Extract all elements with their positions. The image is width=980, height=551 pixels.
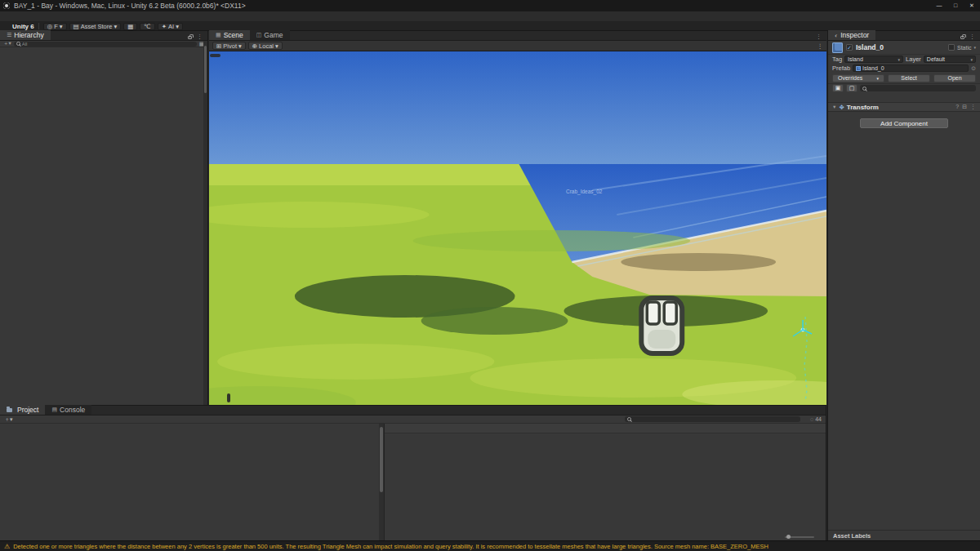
static-label: Static: [957, 45, 972, 51]
transform-icon: ✥: [839, 104, 844, 111]
add-component-button[interactable]: Add Component: [860, 118, 948, 128]
lock-icon[interactable]: [188, 36, 192, 39]
mouse-cursor-graphic: [641, 298, 682, 353]
scene-overlay-tools-toolbar: [227, 393, 230, 402]
create-add-button[interactable]: ＋▾: [3, 40, 11, 47]
hierarchy-search-input[interactable]: All: [14, 42, 197, 47]
unity-logo-icon: [3, 2, 10, 9]
project-panel: Project ▤ Console ＋▾ ◌ 44: [0, 405, 826, 540]
inspector-lock-icon[interactable]: [960, 36, 964, 39]
window-title: BAY_1 - Bay - Windows, Mac, Linux - Unit…: [14, 2, 246, 10]
static-checkbox[interactable]: ✓: [948, 44, 955, 51]
static-dropdown-icon[interactable]: ▾: [973, 45, 976, 50]
panel-menu-icon[interactable]: ⋮: [197, 33, 203, 40]
menu-bar: [0, 11, 980, 22]
inspector-menu-icon[interactable]: ⋮: [969, 33, 975, 40]
tab-console[interactable]: ▤ Console: [45, 405, 91, 415]
unity-editor-window: BAY_1 - Bay - Windows, Mac, Linux - Unit…: [0, 0, 980, 551]
game-tab-icon: ◫: [256, 32, 262, 38]
search-icon: [16, 42, 20, 46]
window-controls: —□✕: [931, 0, 980, 11]
pivot-dropdown[interactable]: ⊞ Pivot ▾: [212, 42, 246, 50]
search-icon: [627, 417, 631, 421]
component-lock-icon[interactable]: ▢: [846, 84, 858, 92]
inspector-icon: ◐: [835, 33, 838, 38]
search-icon: [862, 87, 866, 91]
tab-game[interactable]: ◫ Game: [250, 30, 290, 40]
prefab-icon: [856, 66, 861, 71]
tab-project[interactable]: Project: [0, 405, 45, 415]
tag-dropdown[interactable]: Island▾: [844, 56, 903, 63]
hierarchy-panel: ☰ Hierarchy ⋮ ＋▾ All ▦: [0, 31, 208, 405]
tab-hierarchy[interactable]: ☰ Hierarchy: [0, 30, 51, 40]
tab-inspector[interactable]: ◐ Inspector: [828, 30, 875, 40]
prefab-label: Prefab: [832, 64, 850, 72]
scene-toolbar-menu-icon[interactable]: ⋮: [817, 42, 824, 50]
hierarchy-scrollbar[interactable]: [203, 41, 207, 405]
component-menu-icon[interactable]: ⋮: [970, 104, 976, 110]
help-icon[interactable]: ?: [956, 104, 959, 110]
open-button[interactable]: Open: [933, 74, 976, 82]
warning-icon: ⚠: [4, 543, 10, 550]
project-toolbar: ＋▾ ◌ 44: [0, 415, 826, 424]
scene-panel-menu-icon[interactable]: ⋮: [816, 33, 822, 40]
local-dropdown[interactable]: ⊕ Local ▾: [248, 42, 283, 50]
prefab-options-icon[interactable]: ⊙: [971, 65, 976, 72]
scene-toolbar: ⊞ Pivot ▾ ⊕ Local ▾ ⋮: [209, 41, 826, 51]
layer-dropdown[interactable]: Default▾: [924, 56, 976, 63]
asset-store-button[interactable]: ▤ Asset Store ▾: [69, 23, 122, 30]
select-button[interactable]: Select: [888, 74, 930, 82]
prefab-field[interactable]: Island_0: [853, 64, 969, 72]
project-tree-scrollbar[interactable]: [379, 424, 384, 540]
project-files-pane: [385, 424, 826, 540]
status-warning-text: Detected one or more triangles where the…: [13, 543, 768, 550]
project-create-button[interactable]: ＋▾: [4, 415, 13, 424]
status-bar[interactable]: ⚠ Detected one or more triangles where t…: [0, 540, 980, 551]
foldout-arrow-icon[interactable]: ▼: [832, 104, 836, 109]
hidden-packages-count[interactable]: ◌ 44: [810, 416, 822, 422]
close-button[interactable]: ✕: [964, 0, 980, 11]
scene-object-label: Crab_Ideas_02: [566, 189, 602, 194]
project-search-input[interactable]: [625, 416, 800, 422]
ai-dropdown[interactable]: ✦ AI ▾: [158, 23, 183, 30]
layer-label: Layer: [906, 56, 921, 63]
tab-scene[interactable]: ▦ Scene: [209, 30, 250, 40]
breadcrumb: [385, 424, 826, 433]
tag-label: Tag: [832, 56, 842, 63]
console-tab-icon: ▤: [51, 407, 57, 413]
scene-viewport[interactable]: Crab_Ideas_02: [209, 51, 826, 405]
hierarchy-tree: [0, 47, 207, 405]
thumbnail-size-slider[interactable]: [785, 536, 814, 538]
package-manager-icon[interactable]: ▦: [123, 23, 137, 30]
scene-panel: ▦ Scene ◫ Game ⋮ ⊞ Pivot ▾ ⊕ Local ▾ ⋮: [209, 31, 826, 405]
scene-overlay-left-toolbar: [210, 54, 220, 57]
project-tab-icon: [7, 408, 12, 412]
gameobject-name[interactable]: Island_0: [856, 43, 884, 51]
hierarchy-icon: ☰: [7, 32, 11, 38]
gameobject-icon: [832, 42, 843, 53]
maximize-button[interactable]: □: [947, 0, 964, 11]
account-button[interactable]: ◎ F ▾: [43, 23, 67, 30]
minimize-button[interactable]: —: [931, 0, 947, 11]
active-checkbox[interactable]: ✓: [846, 44, 853, 51]
component-filter-icon[interactable]: ▣: [832, 84, 844, 92]
scene-tab-icon: ▦: [216, 32, 221, 38]
inspector-panel: ◐ Inspector ⋮ ✓ Island_0 ✓ Static ▾ Tag …: [827, 31, 980, 540]
unity6-badge-icon: [4, 24, 10, 29]
component-search-input[interactable]: [860, 85, 976, 91]
cloud-services-icon[interactable]: ℃: [140, 23, 154, 30]
asset-labels-header[interactable]: Asset Labels: [828, 530, 980, 540]
unity-version-label: Unity 6: [12, 23, 34, 30]
transform-component-header[interactable]: ▼ ✥ Transform ? ⊟ ⋮: [828, 102, 980, 112]
presets-icon[interactable]: ⊟: [962, 104, 967, 110]
overrides-dropdown[interactable]: Overrides▾: [832, 74, 884, 82]
title-bar: BAY_1 - Bay - Windows, Mac, Linux - Unit…: [0, 0, 980, 11]
project-folder-tree: [0, 424, 384, 540]
